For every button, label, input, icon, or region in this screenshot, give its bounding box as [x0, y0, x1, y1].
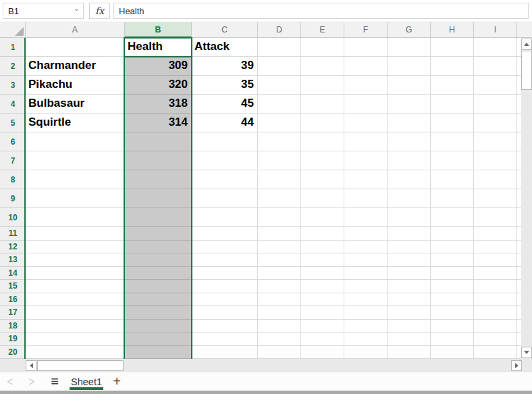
cell-E18[interactable] — [301, 320, 344, 333]
cell-F10[interactable] — [344, 208, 388, 227]
row-header-1[interactable]: 1 — [0, 38, 26, 57]
cell-B14[interactable] — [125, 267, 192, 280]
column-header-F[interactable]: F — [344, 22, 388, 38]
cell-D10[interactable] — [258, 208, 301, 227]
scroll-left-button[interactable] — [26, 360, 36, 371]
row-header-17[interactable]: 17 — [0, 306, 26, 320]
cell-I14[interactable] — [474, 267, 517, 280]
formula-bar-input[interactable]: Health — [113, 3, 529, 19]
cell-C17[interactable] — [192, 306, 258, 320]
cell-E4[interactable] — [301, 95, 344, 114]
row-header-4[interactable]: 4 — [0, 95, 26, 114]
cell-H9[interactable] — [431, 189, 474, 208]
cell-F16[interactable] — [344, 293, 388, 307]
sheet-menu-icon[interactable]: ≡ — [46, 372, 63, 391]
cell-C1[interactable]: Attack — [192, 38, 258, 57]
cell-C7[interactable] — [192, 151, 258, 170]
cell-H10[interactable] — [431, 208, 474, 227]
row-header-15[interactable]: 15 — [0, 280, 26, 293]
cell-B13[interactable] — [125, 253, 192, 267]
cell-F7[interactable] — [344, 151, 388, 170]
cell-E7[interactable] — [301, 151, 344, 170]
cell-C11[interactable] — [192, 227, 258, 241]
cell-A13[interactable] — [26, 253, 125, 267]
cell-F4[interactable] — [344, 95, 388, 114]
cell-E6[interactable] — [301, 132, 344, 151]
row-header-7[interactable]: 7 — [0, 151, 26, 170]
row-header-5[interactable]: 5 — [0, 114, 26, 132]
scroll-right-button[interactable] — [511, 360, 522, 371]
cell-C20[interactable] — [192, 346, 258, 360]
cell-C5[interactable]: 44 — [192, 114, 258, 132]
cell-I3[interactable] — [474, 76, 517, 95]
cell-I20[interactable] — [474, 346, 517, 360]
cell-A6[interactable] — [26, 132, 125, 151]
cell-F17[interactable] — [344, 306, 388, 320]
cell-D9[interactable] — [258, 189, 301, 208]
cell-G1[interactable] — [388, 38, 431, 57]
cell-H6[interactable] — [431, 132, 474, 151]
cell-D16[interactable] — [258, 293, 301, 307]
cell-E5[interactable] — [301, 114, 344, 132]
cell-I12[interactable] — [474, 241, 517, 254]
cell-C3[interactable]: 35 — [192, 76, 258, 95]
cell-F18[interactable] — [344, 320, 388, 333]
cell-F20[interactable] — [344, 346, 388, 360]
cell-H2[interactable] — [431, 57, 474, 76]
cell-H12[interactable] — [431, 241, 474, 254]
cell-E11[interactable] — [301, 227, 344, 241]
cell-I6[interactable] — [474, 132, 517, 151]
cell-B5[interactable]: 314 — [125, 114, 192, 132]
cell-E15[interactable] — [301, 280, 344, 293]
cell-F1[interactable] — [344, 38, 388, 57]
sheet-tab-sheet1[interactable]: Sheet1 — [68, 372, 105, 391]
cell-F2[interactable] — [344, 57, 388, 76]
column-header-C[interactable]: C — [192, 22, 258, 38]
cell-G20[interactable] — [388, 346, 431, 360]
cell-E12[interactable] — [301, 241, 344, 254]
column-header-D[interactable]: D — [258, 22, 301, 38]
cell-A9[interactable] — [26, 189, 125, 208]
name-box[interactable]: B1 ⌄ — [3, 3, 84, 19]
horizontal-scrollbar[interactable] — [0, 359, 532, 372]
cell-B6[interactable] — [125, 132, 192, 151]
vertical-scrollbar-thumb[interactable] — [521, 51, 532, 90]
add-sheet-button[interactable]: + — [108, 372, 126, 391]
cell-E9[interactable] — [301, 189, 344, 208]
row-header-9[interactable]: 9 — [0, 189, 26, 208]
cell-E3[interactable] — [301, 76, 344, 95]
cell-I19[interactable] — [474, 333, 517, 346]
cell-G16[interactable] — [388, 293, 431, 307]
cell-B4[interactable]: 318 — [125, 95, 192, 114]
cell-E13[interactable] — [301, 253, 344, 267]
next-sheet-icon[interactable]: > — [26, 370, 38, 392]
column-header-E[interactable]: E — [301, 22, 344, 38]
column-header-B[interactable]: B — [125, 22, 192, 38]
cell-D14[interactable] — [258, 267, 301, 280]
cell-C4[interactable]: 45 — [192, 95, 258, 114]
cell-H8[interactable] — [431, 170, 474, 189]
cell-G5[interactable] — [388, 114, 431, 132]
column-header-I[interactable]: I — [474, 22, 517, 38]
cell-D12[interactable] — [258, 241, 301, 254]
cell-G13[interactable] — [388, 253, 431, 267]
cell-F12[interactable] — [344, 241, 388, 254]
cell-H17[interactable] — [431, 306, 474, 320]
cell-E14[interactable] — [301, 267, 344, 280]
cell-C16[interactable] — [192, 293, 258, 307]
row-header-16[interactable]: 16 — [0, 293, 26, 307]
cell-E10[interactable] — [301, 208, 344, 227]
cell-H20[interactable] — [431, 346, 474, 360]
cell-A18[interactable] — [26, 320, 125, 333]
cell-E19[interactable] — [301, 333, 344, 346]
cell-E2[interactable] — [301, 57, 344, 76]
column-header-G[interactable]: G — [388, 22, 431, 38]
cell-F3[interactable] — [344, 76, 388, 95]
cell-D15[interactable] — [258, 280, 301, 293]
cell-G14[interactable] — [388, 267, 431, 280]
cell-F8[interactable] — [344, 170, 388, 189]
cell-G11[interactable] — [388, 227, 431, 241]
cell-A1[interactable] — [26, 38, 125, 57]
cell-G6[interactable] — [388, 132, 431, 151]
cell-B9[interactable] — [125, 189, 192, 208]
